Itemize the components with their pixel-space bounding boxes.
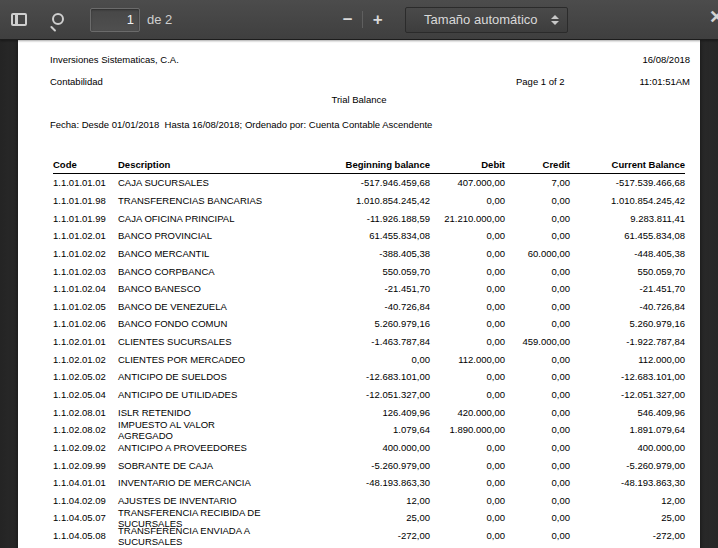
table-row: 1.1.01.02.03 BANCO CORPBANCA 550.059,70 …: [53, 262, 685, 280]
module-name: Contabilidad: [50, 76, 103, 87]
cell-description: BANCO CORPBANCA: [118, 266, 268, 277]
cell-description: ISLR RETENIDO: [118, 407, 268, 418]
cell-debit: 0,00: [430, 477, 505, 488]
cell-debit: 0,00: [430, 512, 505, 523]
cell-current-balance: 546.409,96: [570, 407, 685, 418]
cell-debit: 420.000,00: [430, 407, 505, 418]
pdf-viewer-canvas: Inversiones Sistematicas, C.A. 16/08/201…: [0, 40, 718, 548]
cell-code: 1.1.01.02.04: [53, 283, 118, 294]
table-body: 1.1.01.01.01 CAJA SUCURSALES -517.946.45…: [53, 174, 685, 544]
cell-credit: 0,00: [505, 266, 570, 277]
cell-current-balance: -48.193.863,30: [570, 477, 685, 488]
cell-code: 1.1.02.08.01: [53, 407, 118, 418]
cell-debit: 0,00: [430, 389, 505, 400]
zoom-out-button[interactable]: −: [335, 7, 360, 33]
cell-credit: 0,00: [505, 301, 570, 312]
cell-current-balance: -40.726,84: [570, 301, 685, 312]
cell-debit: 112.000,00: [430, 354, 505, 365]
cell-description: AJUSTES DE INVENTARIO: [118, 495, 268, 506]
cell-debit: 0,00: [430, 318, 505, 329]
cell-credit: 0,00: [505, 354, 570, 365]
cell-description: IMPUESTO AL VALOR AGREGADO: [118, 419, 268, 441]
cell-description: BANCO MERCANTIL: [118, 248, 268, 259]
cell-credit: 0,00: [505, 442, 570, 453]
cell-code: 1.1.04.05.08: [53, 530, 118, 541]
cell-code: 1.1.01.01.98: [53, 195, 118, 206]
cell-description: ANTICIPO DE SUELDOS: [118, 371, 268, 382]
cell-code: 1.1.01.02.02: [53, 248, 118, 259]
cell-code: 1.1.01.01.99: [53, 213, 118, 224]
close-icon[interactable]: ✕: [709, 7, 718, 27]
table-row: 1.1.01.02.05 BANCO DE VENEZUELA -40.726,…: [53, 297, 685, 315]
table-row: 1.1.01.02.06 BANCO FONDO COMUN 5.260.979…: [53, 315, 685, 333]
cell-description: ANTICIPO A PROVEEDORES: [118, 442, 268, 453]
cell-current-balance: 550.059,70: [570, 266, 685, 277]
cell-description: INVENTARIO DE MERCANCIA: [118, 477, 268, 488]
search-icon: [49, 12, 65, 28]
cell-credit: 0,00: [505, 230, 570, 241]
cell-beginning-balance: 61.455.834,08: [268, 230, 430, 241]
cell-current-balance: 12,00: [570, 495, 685, 506]
cell-beginning-balance: 5.260.979,16: [268, 318, 430, 329]
cell-code: 1.1.01.02.05: [53, 301, 118, 312]
cell-beginning-balance: -12.051.327,00: [268, 389, 430, 400]
table-row: 1.1.02.01.01 CLIENTES SUCURSALES -1.463.…: [53, 333, 685, 351]
cell-description: BANCO BANESCO: [118, 283, 268, 294]
table-row: 1.1.04.05.08 TRANSFERENCIA ENVIADA A SUC…: [53, 527, 685, 545]
cell-current-balance: 9.283.811,41: [570, 213, 685, 224]
company-name: Inversiones Sistematicas, C.A.: [50, 54, 179, 65]
header-beginning-balance: Beginning balance: [268, 159, 430, 170]
cell-code: 1.1.02.05.02: [53, 371, 118, 382]
cell-credit: 0,00: [505, 407, 570, 418]
cell-code: 1.1.01.02.06: [53, 318, 118, 329]
cell-current-balance: -272,00: [570, 530, 685, 541]
cell-code: 1.1.02.01.02: [53, 354, 118, 365]
cell-current-balance: -1.922.787,84: [570, 336, 685, 347]
cell-debit: 407.000,00: [430, 177, 505, 188]
cell-description: BANCO PROVINCIAL: [118, 230, 268, 241]
cell-beginning-balance: 25,00: [268, 512, 430, 523]
table-row: 1.1.01.01.99 CAJA OFICINA PRINCIPAL -11.…: [53, 209, 685, 227]
page-number-input[interactable]: [90, 8, 140, 32]
find-button[interactable]: [44, 7, 70, 33]
cell-description: CAJA OFICINA PRINCIPAL: [118, 213, 268, 224]
table-row: 1.1.02.01.02 CLIENTES POR MERCADEO 0,00 …: [53, 350, 685, 368]
cell-beginning-balance: -517.946.459,68: [268, 177, 430, 188]
report-time: 11:01:51AM: [639, 76, 690, 87]
zoom-select-value: Tamaño automático: [414, 12, 547, 27]
cell-current-balance: -12.051.327,00: [570, 389, 685, 400]
header-code: Code: [53, 159, 118, 170]
pdf-viewer-toolbar: de 2 − + Tamaño automático ✕: [0, 0, 718, 40]
cell-beginning-balance: -12.683.101,00: [268, 371, 430, 382]
cell-description: TRANSFERENCIA ENVIADA A SUCURSALES: [118, 525, 268, 547]
cell-debit: 0,00: [430, 266, 505, 277]
table-row: 1.1.02.05.02 ANTICIPO DE SUELDOS -12.683…: [53, 368, 685, 386]
report-filter-line: Fecha: Desde 01/01/2018 Hasta 16/08/2018…: [50, 119, 432, 130]
cell-credit: 0,00: [505, 283, 570, 294]
table-row: 1.1.02.09.99 SOBRANTE DE CAJA -5.260.979…: [53, 456, 685, 474]
cell-credit: 60.000,00: [505, 248, 570, 259]
cell-code: 1.1.01.02.01: [53, 230, 118, 241]
cell-debit: 0,00: [430, 460, 505, 471]
table-row: 1.1.02.09.02 ANTICIPO A PROVEEDORES 400.…: [53, 439, 685, 457]
cell-beginning-balance: -388.405,38: [268, 248, 430, 259]
cell-debit: 0,00: [430, 495, 505, 506]
table-row: 1.1.01.01.98 TRANSFERENCIAS BANCARIAS 1.…: [53, 192, 685, 210]
cell-code: 1.1.01.01.01: [53, 177, 118, 188]
cell-beginning-balance: -21.451,70: [268, 283, 430, 294]
zoom-select[interactable]: Tamaño automático: [405, 7, 568, 33]
cell-beginning-balance: 1.079,64: [268, 424, 430, 435]
cell-beginning-balance: 550.059,70: [268, 266, 430, 277]
table-row: 1.1.02.05.04 ANTICIPO DE UTILIDADES -12.…: [53, 386, 685, 404]
toggle-sidebar-button[interactable]: [6, 7, 32, 33]
cell-description: TRANSFERENCIAS BANCARIAS: [118, 195, 268, 206]
zoom-in-button[interactable]: +: [365, 7, 390, 33]
cell-beginning-balance: 126.409,96: [268, 407, 430, 418]
cell-beginning-balance: -11.926.188,59: [268, 213, 430, 224]
cell-code: 1.1.02.09.99: [53, 460, 118, 471]
cell-beginning-balance: -1.463.787,84: [268, 336, 430, 347]
cell-current-balance: 25,00: [570, 512, 685, 523]
page-count-label: de 2: [147, 12, 172, 27]
header-current-balance: Current Balance: [570, 159, 685, 170]
cell-credit: 0,00: [505, 512, 570, 523]
